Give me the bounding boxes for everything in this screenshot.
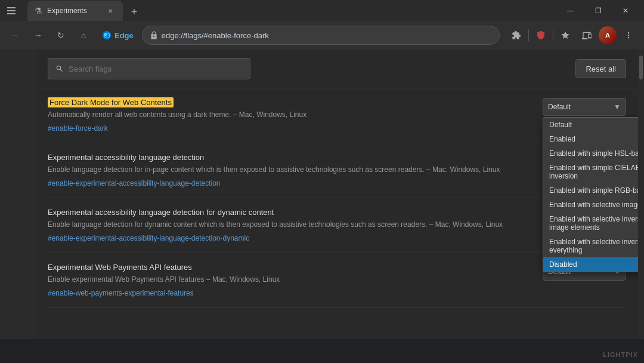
minimize-button[interactable]: —: [557, 0, 584, 21]
flag-link-accessibility-lang-dynamic[interactable]: #enable-experimental-accessibility-langu…: [48, 234, 249, 242]
dropdown-option-hsl[interactable]: Enabled with simple HSL-based inversion: [543, 146, 638, 161]
address-bar[interactable]: edge://flags/#enable-force-dark: [142, 26, 500, 45]
sidebar-toggle[interactable]: [5, 2, 23, 20]
tab-close-button[interactable]: ✕: [105, 5, 116, 16]
flag-info-accessibility-lang-dynamic: Experimental accessibility language dete…: [48, 208, 531, 243]
edge-logo: Edge: [97, 30, 138, 41]
dropdown-option-disabled[interactable]: Disabled: [543, 257, 638, 272]
flag-info-web-payments: Experimental Web Payments API features E…: [48, 263, 531, 298]
title-bar: ⚗ Experiments ✕ + — ❐ ✕: [0, 0, 644, 21]
scrollbar-thumb[interactable]: [639, 56, 643, 79]
flags-content: Search flags Reset all Force Dark Mode f…: [36, 50, 638, 339]
flag-name-accessibility-lang-dynamic: Experimental accessibility language dete…: [48, 208, 531, 217]
tab-label: Experiments: [47, 7, 87, 15]
dropdown-option-selective-img[interactable]: Enabled with selective image inversion: [543, 198, 638, 212]
scrollbar-track[interactable]: [638, 50, 644, 339]
toolbar-divider: [528, 29, 529, 41]
profile-initial: A: [605, 32, 610, 39]
left-sidebar: [0, 50, 36, 339]
flag-desc-web-payments: Enable experimental Web Payments API fea…: [48, 274, 531, 285]
flag-desc-accessibility-lang-dynamic: Enable language detection for dynamic co…: [48, 219, 531, 230]
nav-bar: ← → ↻ ⌂ Edge edge://flags/#enable-force-…: [0, 21, 644, 50]
flag-item-web-payments: Experimental Web Payments API features E…: [48, 253, 626, 308]
flag-name-highlighted: Force Dark Mode for Web Contents: [48, 97, 174, 107]
search-flags-input[interactable]: Search flags: [48, 58, 250, 79]
extensions-button[interactable]: [507, 26, 526, 45]
flag-info-force-dark: Force Dark Mode for Web Contents Automat…: [48, 98, 531, 133]
flag-select-value: Default: [548, 103, 571, 111]
collections-button[interactable]: [577, 26, 596, 45]
refresh-button[interactable]: ↻: [51, 26, 70, 45]
toolbar-icons: A: [507, 26, 638, 45]
home-button[interactable]: ⌂: [74, 26, 93, 45]
flags-list: Force Dark Mode for Web Contents Automat…: [36, 88, 638, 339]
experiments-tab[interactable]: ⚗ Experiments ✕: [27, 1, 123, 21]
flag-name-force-dark: Force Dark Mode for Web Contents: [48, 98, 531, 107]
chevron-down-icon: ▼: [614, 103, 621, 111]
dropdown-option-enabled[interactable]: Enabled: [543, 132, 638, 146]
reset-all-button[interactable]: Reset all: [575, 59, 626, 78]
flag-item-accessibility-lang: Experimental accessibility language dete…: [48, 143, 626, 198]
favorites-button[interactable]: [556, 26, 575, 45]
forward-button[interactable]: →: [29, 26, 48, 45]
dropdown-option-selective-nonimg[interactable]: Enabled with selective inversion of non-…: [543, 212, 638, 235]
shield-icon-btn[interactable]: [531, 26, 550, 45]
url-text: edge://flags/#enable-force-dark: [162, 31, 492, 40]
back-button[interactable]: ←: [6, 26, 25, 45]
flag-select-force-dark[interactable]: Default ▼: [543, 98, 626, 116]
flag-item-accessibility-lang-dynamic: Experimental accessibility language dete…: [48, 198, 626, 253]
toolbar-divider-2: [553, 29, 553, 41]
flag-link-accessibility-lang[interactable]: #enable-experimental-accessibility-langu…: [48, 179, 221, 187]
tab-icon: ⚗: [35, 6, 42, 16]
new-tab-button[interactable]: +: [125, 3, 143, 21]
watermark: LIGHTPIX: [603, 351, 638, 358]
flag-dropdown-force-dark[interactable]: Default Enabled Enabled with simple HSL-…: [543, 117, 638, 272]
flag-name-web-payments: Experimental Web Payments API features: [48, 263, 531, 272]
search-icon: [55, 64, 64, 73]
flag-link-web-payments[interactable]: #enable-web-payments-experimental-featur…: [48, 289, 194, 297]
flag-control-force-dark: Default ▼ Default Enabled Enabled with s…: [543, 98, 626, 116]
maximize-button[interactable]: ❐: [584, 0, 612, 21]
flag-item-force-dark: Force Dark Mode for Web Contents Automat…: [48, 88, 626, 143]
dropdown-option-selective-all[interactable]: Enabled with selective inversion of ever…: [543, 235, 638, 257]
flag-desc-force-dark: Automatically render all web contents us…: [48, 109, 531, 120]
profile-button[interactable]: A: [599, 26, 617, 44]
dropdown-option-rgb[interactable]: Enabled with simple RGB-based inversion: [543, 183, 638, 198]
flag-info-accessibility-lang: Experimental accessibility language dete…: [48, 153, 531, 188]
lock-icon: [150, 31, 158, 39]
main-content: Search flags Reset all Force Dark Mode f…: [0, 50, 644, 339]
window-controls: — ❐ ✕: [557, 0, 639, 21]
flag-desc-accessibility-lang: Enable language detection for in-page co…: [48, 164, 531, 175]
close-button[interactable]: ✕: [612, 0, 639, 21]
dropdown-option-cielab[interactable]: Enabled with simple CIELAB-based inversi…: [543, 161, 638, 183]
edge-brand-label: Edge: [114, 31, 134, 40]
search-bar-area: Search flags Reset all: [36, 50, 638, 88]
flag-link-force-dark[interactable]: #enable-force-dark: [48, 124, 108, 133]
flag-name-accessibility-lang: Experimental accessibility language dete…: [48, 153, 531, 162]
dropdown-option-default[interactable]: Default: [543, 118, 638, 132]
search-placeholder: Search flags: [69, 64, 112, 73]
more-button[interactable]: [619, 26, 638, 45]
